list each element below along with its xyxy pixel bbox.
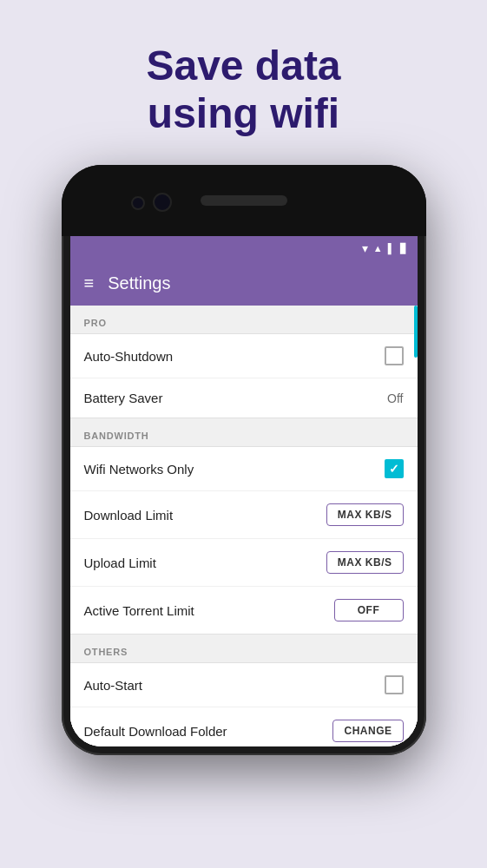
status-bar: ▾ ▲ ▌ ▊	[70, 236, 418, 260]
hamburger-icon[interactable]: ≡	[84, 273, 95, 293]
battery-icon: ▊	[400, 243, 407, 254]
phone-speaker	[201, 195, 287, 206]
section-pro-header: PRO	[70, 306, 418, 333]
wifi-symbol: ▲	[373, 243, 383, 253]
phone-wrapper: ▾ ▲ ▌ ▊ ≡ Settings PRO Auto	[62, 165, 426, 755]
active-torrent-label: Active Torrent Limit	[84, 603, 194, 618]
section-others-card: Auto-Start Default Download Folder CHANG…	[70, 662, 418, 746]
auto-shutdown-label: Auto-Shutdown	[84, 349, 174, 364]
active-torrent-button[interactable]: OFF	[334, 599, 404, 621]
row-upload-limit: Upload Limit MAX KB/S	[70, 539, 418, 587]
phone-camera-left	[131, 196, 145, 210]
row-default-download-folder: Default Download Folder CHANGE	[70, 707, 418, 746]
app-bar-title: Settings	[108, 273, 170, 293]
hero-section: Save data using wifi	[111, 0, 375, 165]
row-download-limit: Download Limit MAX KB/S	[70, 491, 418, 539]
hero-title: Save data using wifi	[146, 42, 340, 137]
wifi-icon: ▾	[362, 241, 368, 255]
row-wifi-networks-only: Wifi Networks Only ✓	[70, 447, 418, 491]
battery-saver-value: Off	[387, 391, 403, 405]
auto-shutdown-checkbox[interactable]	[385, 346, 404, 365]
section-bandwidth-header: BANDWIDTH	[70, 418, 418, 446]
phone-screen: ▾ ▲ ▌ ▊ ≡ Settings PRO Auto	[70, 236, 418, 746]
upload-limit-button[interactable]: MAX KB/S	[326, 551, 404, 574]
row-auto-shutdown: Auto-Shutdown	[70, 334, 418, 378]
scrollbar[interactable]	[413, 306, 418, 746]
phone-top-bar	[62, 165, 426, 236]
default-download-folder-label: Default Download Folder	[84, 724, 227, 739]
wifi-networks-checkbox[interactable]: ✓	[385, 459, 404, 478]
scrollbar-thumb	[414, 306, 418, 358]
row-battery-saver: Battery Saver Off	[70, 378, 418, 418]
app-bar: ≡ Settings	[70, 260, 418, 306]
auto-start-checkbox[interactable]	[385, 675, 404, 694]
phone-camera-right	[153, 193, 172, 212]
signal-icon: ▌	[388, 243, 395, 253]
row-active-torrent-limit: Active Torrent Limit OFF	[70, 587, 418, 634]
download-limit-label: Download Limit	[84, 508, 174, 523]
phone-shell: ▾ ▲ ▌ ▊ ≡ Settings PRO Auto	[62, 165, 426, 755]
download-limit-button[interactable]: MAX KB/S	[326, 503, 404, 526]
wifi-networks-label: Wifi Networks Only	[84, 462, 194, 477]
battery-saver-label: Battery Saver	[84, 391, 163, 405]
section-pro-card: Auto-Shutdown Battery Saver Off	[70, 333, 418, 418]
section-others-header: OTHERS	[70, 635, 418, 662]
upload-limit-label: Upload Limit	[84, 556, 156, 570]
change-folder-button[interactable]: CHANGE	[332, 720, 403, 742]
settings-content: PRO Auto-Shutdown Battery Saver Off BAND…	[70, 306, 418, 746]
auto-start-label: Auto-Start	[84, 678, 143, 693]
row-auto-start: Auto-Start	[70, 663, 418, 707]
section-bandwidth-card: Wifi Networks Only ✓ Download Limit MAX …	[70, 446, 418, 635]
